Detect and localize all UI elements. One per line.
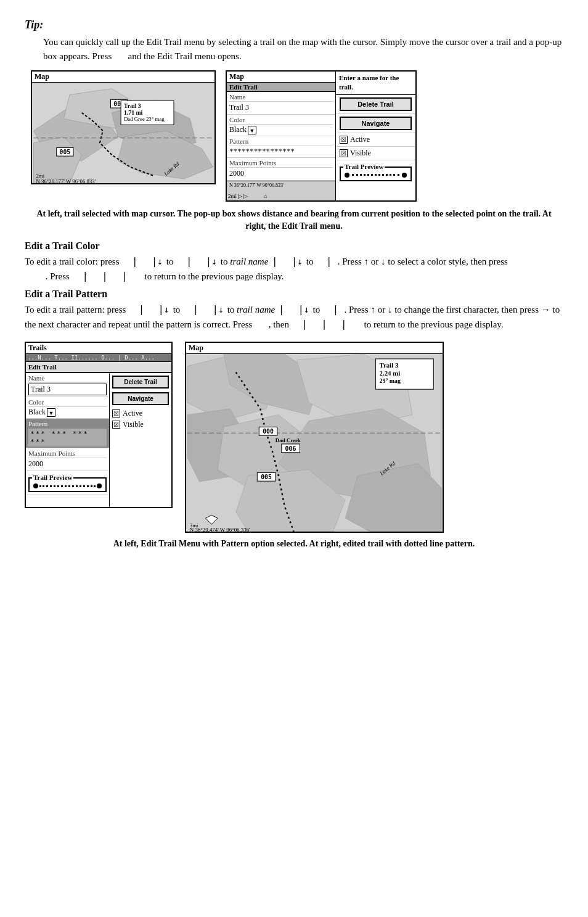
name-section: Name Trail 3 xyxy=(227,92,335,115)
b-dropdown-arrow-icon[interactable]: ▼ xyxy=(47,408,55,417)
svg-marker-40 xyxy=(205,516,218,525)
navigate-btn-container: Navigate xyxy=(336,114,415,133)
visible-checkbox[interactable]: ☒ xyxy=(340,149,348,157)
active-section: ☒ Active xyxy=(336,133,415,147)
edit-trail-bar: Edit Trail xyxy=(26,362,171,373)
svg-text:Dad Creek: Dad Creek xyxy=(276,437,301,443)
trail-preview-label: Trail Preview xyxy=(343,163,385,170)
edit-trail-bar: Edit Trail xyxy=(227,83,335,92)
right-edit-trail-menu: Map Edit Trail Name Trail 3 Color Black … xyxy=(226,70,417,202)
trail-preview-section: Trail Preview xyxy=(336,160,415,184)
bottom-map-svg: 000 006 005 Dad Creek Lake Rd Trail 3 2.… xyxy=(186,354,443,532)
b-trail-preview-label: Trail Preview xyxy=(32,474,73,481)
svg-text:000: 000 xyxy=(263,428,274,435)
max-points-value: 2000 xyxy=(229,168,333,179)
tip-heading: Tip: xyxy=(25,19,563,31)
tip-body: You can quickly call up the Edit Trail m… xyxy=(43,35,563,63)
right-menu-map-label: Map xyxy=(227,72,335,83)
section2-body: To edit a trail pattern: press | |↓ to |… xyxy=(25,302,563,332)
visible-label: Visible xyxy=(350,149,371,158)
svg-text:Trail 3: Trail 3 xyxy=(124,102,141,109)
b-side-col: Delete Trail Navigate ☒ Active ☒ Visible xyxy=(110,373,171,507)
b-trail-preview-box: Trail Preview xyxy=(28,477,107,492)
svg-text:Trail 3: Trail 3 xyxy=(380,361,399,369)
section1-body: To edit a trail color: press | |↓ to | |… xyxy=(25,254,563,284)
pattern-label: Pattern xyxy=(229,138,333,146)
delete-trail-button[interactable]: Delete Trail xyxy=(340,97,412,111)
b-max-points-value: 2000 xyxy=(28,459,107,469)
menu-side-col: Enter a name for the trail. Delete Trail… xyxy=(335,72,415,200)
trail-preview-box: Trail Preview xyxy=(340,167,412,181)
navigate-button[interactable]: Navigate xyxy=(340,117,412,130)
name-label: Name xyxy=(229,93,333,102)
b-color-select[interactable]: Black ▼ xyxy=(28,408,107,417)
b-trail-end-dot xyxy=(97,483,102,488)
bottom-menu-content: Name Trail 3 Color Black ▼ Pattern *** *… xyxy=(26,373,171,507)
svg-text:Dad Gree 23° mag: Dad Gree 23° mag xyxy=(124,116,165,122)
trail-line xyxy=(352,174,399,176)
left-map-content: 003 005 Lake Rd Trail 3 1.71 mi Dad Gree… xyxy=(32,83,214,183)
color-label: Color xyxy=(229,116,333,125)
bottom-figure-row: Trails ...N... T... II...... O... | D...… xyxy=(25,342,563,533)
top-caption: At left, trail selected with map cursor.… xyxy=(31,208,557,232)
b-name-label: Name xyxy=(28,374,107,383)
b-visible-row[interactable]: ☒ Visible xyxy=(112,420,169,429)
b-visible-label: Visible xyxy=(123,420,144,429)
visible-section: ☒ Visible xyxy=(336,147,415,160)
svg-text:1.71 mi: 1.71 mi xyxy=(124,109,143,116)
svg-text:005: 005 xyxy=(261,474,272,480)
b-name-section: Name Trail 3 xyxy=(26,373,109,397)
b-trail-start-dot xyxy=(33,483,38,488)
pattern-section: Pattern **************** xyxy=(227,136,335,158)
trails-menu-title: Trails xyxy=(26,343,171,354)
b-pattern-label: Pattern xyxy=(28,420,107,429)
b-color-section: Color Black ▼ xyxy=(26,397,109,419)
svg-text:N  36°20.474'   W  96°06.336': N 36°20.474' W 96°06.336' xyxy=(190,527,250,532)
bottom-map-label: Map xyxy=(186,343,443,354)
svg-text:29° mag: 29° mag xyxy=(380,378,401,385)
trail-start-dot xyxy=(345,173,349,178)
color-value: Black xyxy=(229,125,247,134)
b-name-value: Trail 3 xyxy=(28,384,107,395)
trail-preview-line xyxy=(345,173,407,178)
color-section: Color Black ▼ xyxy=(227,115,335,136)
tab-bar: ...N... T... II...... O... | D... A... xyxy=(26,354,171,362)
trails-menu: Trails ...N... T... II...... O... | D...… xyxy=(25,342,173,508)
section1-heading: Edit a Trail Color xyxy=(25,241,563,252)
bottom-right-map: Map 000 006 xyxy=(185,342,444,533)
dropdown-arrow-icon[interactable]: ▼ xyxy=(248,126,256,134)
b-color-label: Color xyxy=(28,398,107,407)
svg-text:N  36°20.177'   W  96°06.833': N 36°20.177' W 96°06.833' xyxy=(36,178,96,183)
active-checkbox[interactable]: ☒ xyxy=(340,136,348,144)
trail-end-dot xyxy=(402,173,407,178)
svg-text:005: 005 xyxy=(60,149,71,155)
b-delete-trail-button[interactable]: Delete Trail xyxy=(112,376,169,389)
left-map-label: Map xyxy=(32,72,214,83)
left-map-svg: 003 005 Lake Rd Trail 3 1.71 mi Dad Gree… xyxy=(32,83,214,183)
delete-btn-container: Delete Trail xyxy=(336,95,415,114)
name-value: Trail 3 xyxy=(229,102,333,113)
active-checkbox-row[interactable]: ☒ Active xyxy=(340,135,412,144)
visible-checkbox-row[interactable]: ☒ Visible xyxy=(340,149,412,158)
b-color-value: Black xyxy=(28,408,46,417)
left-map: Map 003 005 Lake Rd xyxy=(31,70,216,184)
bottom-caption: At left, Edit Trail Menu with Pattern op… xyxy=(31,538,557,550)
b-pattern-section: Pattern *** *** *** *** xyxy=(26,419,109,448)
mini-map-bottom: 2mi ▷ ▷ ⌂ N 36°20.177' W 96°06.833' xyxy=(227,181,335,200)
tooltip-box: Enter a name for the trail. xyxy=(336,72,415,95)
b-trail-preview-line xyxy=(33,483,102,488)
bottom-map-content: 000 006 005 Dad Creek Lake Rd Trail 3 2.… xyxy=(186,354,443,532)
b-active-checkbox[interactable]: ☒ xyxy=(112,409,120,417)
max-points-section: Maximum Points 2000 xyxy=(227,158,335,181)
b-trail-line xyxy=(39,485,96,487)
top-figure-row: Map 003 005 Lake Rd xyxy=(31,70,563,202)
color-select[interactable]: Black ▼ xyxy=(229,125,333,134)
active-label: Active xyxy=(350,135,370,144)
b-visible-checkbox[interactable]: ☒ xyxy=(112,421,120,429)
b-navigate-button[interactable]: Navigate xyxy=(112,392,169,405)
b-trail-preview-section: Trail Preview xyxy=(26,471,109,495)
b-max-points-section: Maximum Points 2000 xyxy=(26,448,109,471)
max-points-label: Maximum Points xyxy=(229,159,333,168)
b-empty-row xyxy=(26,495,109,507)
b-active-row[interactable]: ☒ Active xyxy=(112,409,169,418)
